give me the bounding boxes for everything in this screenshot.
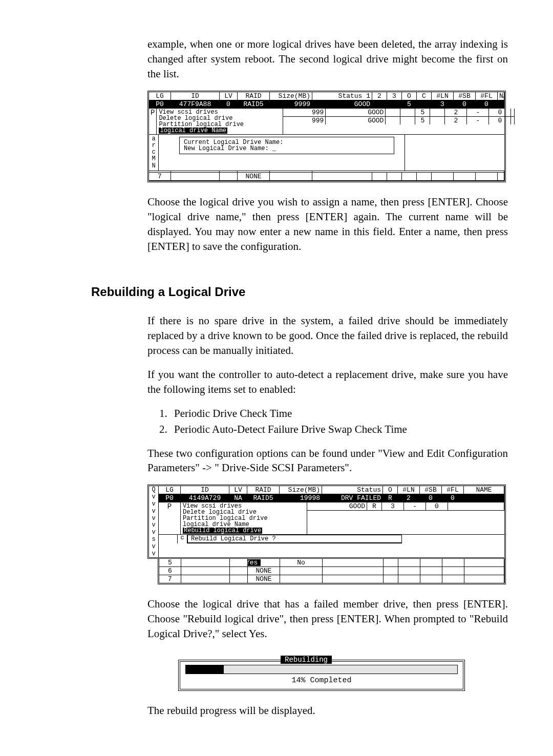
screenshot-rebuild-progress: Rebuilding 14% Completed (178, 650, 465, 691)
step-1: Periodic Drive Check Time (170, 406, 508, 421)
confirm-no[interactable]: No (280, 559, 323, 566)
heading-rebuilding: Rebuilding a Logical Drive (91, 285, 508, 299)
progress-text: 14% Completed (185, 676, 458, 685)
paragraph-final: The rebuild progress will be displayed. (147, 703, 508, 718)
sidebar-letters: arcMN (149, 135, 159, 171)
col-2: 2 (372, 92, 387, 100)
screenshot-logical-drive-name: LG ID LV RAID Size(MB) Status 1 2 3 O C … (147, 91, 506, 182)
rebuild-p3: These two configuration options can be f… (147, 446, 508, 476)
confirm-sidebar: c (178, 535, 187, 543)
col-lv: LV (220, 92, 238, 100)
paragraph-after-ss2: Choose the logical drive that has a fail… (147, 597, 508, 641)
col-raid: RAID (238, 92, 270, 100)
col-size: Size(MB) (270, 92, 312, 100)
col-o: O (402, 92, 417, 100)
intro-paragraph: example, when one or more logical drives… (147, 37, 508, 81)
col-c: C (417, 92, 432, 100)
col-ln: #LN (432, 92, 454, 100)
rebuild-title: Rebuilding (281, 656, 332, 664)
col-fl: #FL (476, 92, 498, 100)
col-name: NAME (498, 92, 504, 100)
confirm-question: Rebuild Logical Drive ? (188, 535, 401, 543)
step-2: Periodic Auto-Detect Failure Drive Swap … (170, 422, 508, 437)
row7-raid: NONE (238, 173, 270, 180)
col-lg: LG (149, 92, 171, 100)
col-3: 3 (387, 92, 402, 100)
confirm-yes[interactable]: Yes (248, 559, 261, 566)
progress-fill (186, 665, 224, 674)
table-row[interactable]: P0 477F9A88 0 RAID5 9999 GOOD 5 3 0 0 (149, 100, 504, 109)
menu-item-selected[interactable]: Rebuild logical drive (183, 528, 262, 534)
paragraph-after-ss1: Choose the logical drive you wish to ass… (147, 195, 508, 254)
row1-lg: P (149, 109, 157, 134)
rebuild-p1: If there is no spare drive in the system… (147, 313, 508, 358)
new-name-input[interactable]: New Logical Drive Name: _ (184, 145, 390, 152)
table-row[interactable]: P0 4149A729 NA RAID5 19998 DRV FAILED R … (159, 494, 504, 502)
menu-item-selected[interactable]: logical drive Name (159, 128, 227, 134)
col-sb: #SB (454, 92, 476, 100)
row7-lg: 7 (149, 173, 171, 180)
col-id: ID (171, 92, 220, 100)
col-status: Status 1 (312, 92, 372, 100)
screenshot-rebuild-menu: Qvvvvvvsvv LG ID LV RAID Size(MB) Status… (147, 485, 506, 584)
rebuild-p2: If you want the controller to auto-detec… (147, 367, 508, 397)
sidebar-q: Qvvvvvvsvv (149, 486, 159, 557)
rebuild-steps: Periodic Drive Check Time Periodic Auto-… (45, 406, 508, 437)
drive-name-dialog: Current Logical Drive Name: New Logical … (179, 137, 394, 154)
progress-bar (185, 665, 458, 674)
